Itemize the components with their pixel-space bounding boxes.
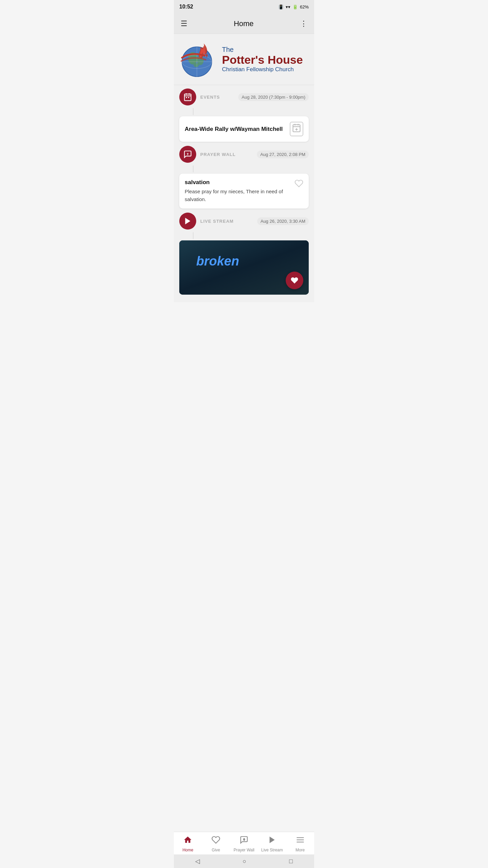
like-heart-icon [290, 276, 299, 284]
livestream-divider [260, 240, 261, 295]
svg-rect-13 [188, 97, 189, 98]
logo-section: The Potter's House Christian Fellowship … [174, 34, 314, 85]
events-feed-header: EVENTS Aug 28, 2020 (7:30pm - 9:00pm) [179, 88, 309, 105]
prayer-wall-icon-circle: ✝ [179, 146, 196, 163]
livestream-overlay-text: broken [196, 254, 239, 269]
events-connector [193, 108, 194, 115]
prayer-wall-connector [193, 165, 194, 172]
svg-text:✝: ✝ [186, 153, 189, 156]
more-options-icon[interactable]: ⋮ [300, 20, 307, 27]
prayer-card-title: salvation [185, 179, 303, 186]
live-stream-label: LIVE STREAM [200, 219, 253, 224]
vibrate-icon: 📳 [278, 4, 284, 9]
play-icon [183, 217, 192, 225]
add-to-calendar-icon[interactable] [290, 122, 303, 136]
event-title: Area-Wide Rally w/Wayman Mitchell [185, 126, 283, 133]
prayer-wall-timestamp: Aug 27, 2020, 2:08 PM [257, 151, 309, 158]
battery-percent: 62% [300, 4, 309, 9]
livestream-like-fab[interactable] [286, 272, 303, 289]
feed: EVENTS Aug 28, 2020 (7:30pm - 9:00pm) Ar… [174, 85, 314, 302]
nav-bar: ☰ Home ⋮ [174, 14, 314, 34]
battery-icon: 🔋 [292, 4, 298, 9]
logo-subtitle: Christian Fellowship Church [222, 66, 309, 73]
logo-globe-icon [179, 41, 217, 78]
live-stream-icon-circle [179, 213, 196, 230]
svg-rect-8 [184, 94, 191, 101]
events-feed-item: EVENTS Aug 28, 2020 (7:30pm - 9:00pm) Ar… [174, 88, 314, 142]
events-card[interactable]: Area-Wide Rally w/Wayman Mitchell [179, 116, 309, 142]
prayer-card-body: Please pray for my nieces, There in need… [185, 188, 303, 203]
status-icons: 📳 ▾▾ 🔋 62% [278, 4, 309, 9]
add-calendar-icon [292, 123, 301, 133]
prayer-wall-label: PRAYER WALL [200, 152, 253, 157]
status-bar: 10:52 📳 ▾▾ 🔋 62% [174, 0, 314, 14]
live-stream-feed-header: LIVE STREAM Aug 26, 2020, 3:30 AM [179, 213, 309, 230]
calendar-icon [183, 93, 192, 101]
logo-the-text: The [222, 46, 309, 54]
events-label: EVENTS [200, 95, 234, 100]
events-timestamp: Aug 28, 2020 (7:30pm - 9:00pm) [238, 93, 309, 101]
logo-name: Potter's House [222, 54, 309, 66]
page-title: Home [234, 19, 254, 28]
prayer-wall-feed-item: ✝ PRAYER WALL Aug 27, 2020, 2:08 PM salv… [174, 146, 314, 209]
live-stream-card[interactable]: broken [179, 240, 309, 295]
svg-marker-21 [185, 218, 190, 224]
svg-point-4 [194, 63, 199, 67]
prayer-icon: ✝ [183, 150, 192, 159]
live-stream-timestamp: Aug 26, 2020, 3:30 AM [257, 217, 309, 225]
prayer-wall-feed-header: ✝ PRAYER WALL Aug 27, 2020, 2:08 PM [179, 146, 309, 163]
svg-rect-14 [293, 125, 300, 132]
wifi-icon: ▾▾ [286, 4, 290, 9]
live-stream-feed-item: LIVE STREAM Aug 26, 2020, 3:30 AM broken [174, 213, 314, 295]
svg-rect-12 [186, 97, 187, 98]
events-icon-circle [179, 88, 196, 105]
heart-icon [294, 179, 303, 188]
status-time: 10:52 [179, 4, 193, 10]
logo-text: The Potter's House Christian Fellowship … [222, 46, 309, 73]
prayer-wall-card[interactable]: salvation Please pray for my nieces, The… [179, 174, 309, 209]
prayer-like-icon[interactable] [294, 179, 303, 190]
live-stream-connector [193, 232, 194, 239]
hamburger-menu-icon[interactable]: ☰ [181, 20, 187, 27]
